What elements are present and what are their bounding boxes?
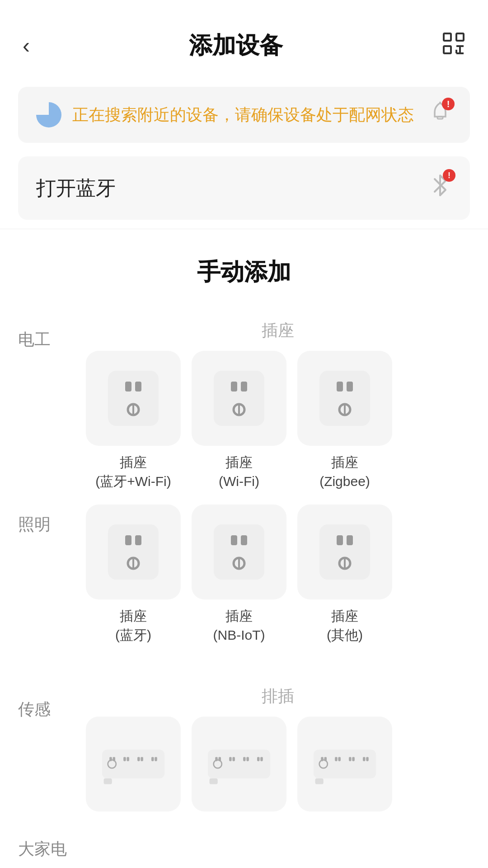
socket-other-icon-box <box>297 505 392 599</box>
bluetooth-badge: ! <box>443 169 455 182</box>
socket-zigbee-icon-box <box>297 351 392 446</box>
svg-rect-68 <box>352 757 354 761</box>
device-socket-nbiot[interactable]: 插座(NB-IoT) <box>192 505 286 645</box>
svg-rect-19 <box>319 371 370 426</box>
socket-bt-wifi-icon-box <box>86 351 181 446</box>
socket-bt-label: 插座(蓝牙) <box>115 607 151 645</box>
search-bar: 正在搜索附近的设备，请确保设备处于配网状态 ! <box>18 87 470 143</box>
socket-bt-icon-box <box>86 505 181 599</box>
svg-rect-35 <box>337 535 343 545</box>
svg-rect-2 <box>444 46 451 53</box>
svg-rect-43 <box>123 757 126 761</box>
svg-rect-53 <box>219 757 221 761</box>
svg-rect-21 <box>347 382 353 392</box>
divider <box>0 229 488 229</box>
sidebar-item-sensor[interactable]: 传感 <box>18 685 77 734</box>
device-socket-other[interactable]: 插座(其他) <box>297 505 392 645</box>
svg-rect-59 <box>260 757 263 761</box>
svg-rect-69 <box>363 757 365 761</box>
socket-nbiot-label: 插座(NB-IoT) <box>213 607 265 645</box>
sidebar-item-electrical[interactable]: 电工 <box>18 315 77 364</box>
svg-rect-9 <box>108 371 159 426</box>
powerstrip-section-title: 排插 <box>86 676 470 717</box>
svg-rect-16 <box>241 382 247 392</box>
powerstrip-1-icon-box <box>86 717 181 811</box>
notification-badge: ! <box>442 98 455 110</box>
svg-rect-45 <box>137 757 140 761</box>
device-socket-zigbee[interactable]: 插座(Zigbee) <box>297 351 392 491</box>
svg-rect-50 <box>208 750 270 778</box>
svg-rect-41 <box>109 757 112 761</box>
svg-rect-10 <box>125 382 131 392</box>
svg-rect-56 <box>243 757 245 761</box>
svg-rect-46 <box>141 757 143 761</box>
powerstrip-2-icon-box <box>192 717 286 811</box>
device-powerstrip-3[interactable] <box>297 717 392 819</box>
bluetooth-label: 打开蓝牙 <box>36 175 116 202</box>
sidebar: 电工 照明 传感 大家电 小家电 厨房电器 <box>18 311 77 868</box>
sidebar-item-large-appliance[interactable]: 大家电 <box>18 825 77 868</box>
device-socket-bt[interactable]: 插座(蓝牙) <box>86 505 181 645</box>
svg-rect-30 <box>231 535 237 545</box>
svg-rect-63 <box>321 757 323 761</box>
content-area: 插座 插座(蓝牙+Wi-Fi) <box>77 311 470 868</box>
socket-nbiot-icon-box <box>192 505 286 599</box>
back-button[interactable]: ‹ <box>18 30 34 61</box>
svg-rect-52 <box>215 757 217 761</box>
page-title: 添加设备 <box>189 30 283 61</box>
socket-row-1: 插座(蓝牙+Wi-Fi) 插座(Wi-Fi) <box>86 351 470 505</box>
device-socket-wifi[interactable]: 插座(Wi-Fi) <box>192 351 286 491</box>
manual-add-title: 手动添加 <box>0 238 488 311</box>
socket-bt-wifi-label: 插座(蓝牙+Wi-Fi) <box>95 453 171 491</box>
svg-rect-14 <box>214 371 264 426</box>
svg-rect-66 <box>338 757 340 761</box>
svg-rect-7 <box>437 117 443 119</box>
svg-rect-26 <box>135 535 141 545</box>
socket-wifi-icon-box <box>192 351 286 446</box>
sidebar-item-lighting[interactable]: 照明 <box>18 500 77 549</box>
svg-rect-58 <box>257 757 259 761</box>
svg-rect-64 <box>324 757 327 761</box>
device-powerstrip-2[interactable] <box>192 717 286 819</box>
bluetooth-icon-wrap: ! <box>428 173 452 203</box>
svg-rect-71 <box>315 778 324 784</box>
svg-rect-44 <box>127 757 129 761</box>
svg-rect-47 <box>151 757 154 761</box>
search-text: 正在搜索附近的设备，请确保设备处于配网状态 <box>72 104 414 126</box>
scan-button[interactable] <box>437 27 470 64</box>
socket-wifi-label: 插座(Wi-Fi) <box>219 453 259 491</box>
svg-rect-0 <box>444 33 451 41</box>
svg-rect-55 <box>232 757 235 761</box>
loading-spinner <box>36 102 61 127</box>
svg-rect-11 <box>135 382 141 392</box>
powerstrip-3-icon-box <box>297 717 392 811</box>
svg-rect-20 <box>337 382 343 392</box>
svg-rect-29 <box>214 524 264 580</box>
bluetooth-row[interactable]: 打开蓝牙 ! <box>18 156 470 220</box>
svg-rect-42 <box>113 757 115 761</box>
svg-rect-49 <box>104 778 112 784</box>
header: ‹ 添加设备 <box>0 0 488 78</box>
socket-zigbee-label: 插座(Zigbee) <box>319 453 370 491</box>
svg-rect-34 <box>319 524 370 580</box>
device-powerstrip-1[interactable] <box>86 717 181 819</box>
svg-rect-25 <box>125 535 131 545</box>
svg-rect-67 <box>349 757 351 761</box>
svg-rect-39 <box>102 750 164 778</box>
socket-row-2: 插座(蓝牙) 插座(NB-IoT) <box>86 505 470 658</box>
svg-rect-65 <box>335 757 337 761</box>
device-socket-bt-wifi[interactable]: 插座(蓝牙+Wi-Fi) <box>86 351 181 491</box>
notification-area: ! <box>428 100 452 129</box>
svg-rect-31 <box>241 535 247 545</box>
svg-rect-48 <box>155 757 157 761</box>
svg-rect-15 <box>231 382 237 392</box>
svg-rect-61 <box>314 750 376 778</box>
socket-other-label: 插座(其他) <box>327 607 363 645</box>
svg-rect-60 <box>210 778 218 784</box>
svg-rect-54 <box>229 757 231 761</box>
powerstrip-row <box>86 717 470 832</box>
socket-section-title: 插座 <box>86 311 470 351</box>
main-layout: 电工 照明 传感 大家电 小家电 厨房电器 插座 <box>0 311 488 868</box>
svg-rect-36 <box>347 535 353 545</box>
svg-rect-70 <box>366 757 368 761</box>
